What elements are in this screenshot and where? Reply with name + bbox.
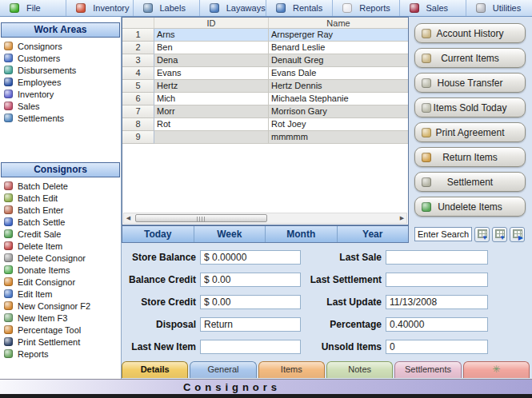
inventory-box-icon	[4, 90, 13, 98]
last-sale-input[interactable]	[386, 250, 488, 265]
period-tab[interactable]: Month	[266, 226, 338, 242]
store-credit-label: Store Credit	[125, 297, 200, 308]
search-begin-button[interactable]: ▼	[474, 227, 490, 242]
menu-item[interactable]: File	[0, 0, 66, 16]
sidebar-item[interactable]: Credit Sale	[0, 228, 121, 240]
balance-credit-input[interactable]	[200, 273, 301, 287]
sidebar-item[interactable]: Edit Item	[0, 288, 121, 300]
last-update-input[interactable]	[386, 295, 488, 309]
menu-item-label: Labels	[160, 3, 186, 13]
action-button-label: Current Items	[441, 53, 499, 64]
sidebar-item[interactable]: Sales	[0, 100, 121, 112]
sidebar-item[interactable]: Batch Settle	[0, 216, 121, 228]
percentage-input[interactable]	[386, 317, 488, 332]
batch-enter-icon	[4, 205, 13, 214]
table-row[interactable]: 6 Mich Michaela Stephanie	[122, 93, 408, 105]
period-tab[interactable]: Year	[338, 226, 409, 242]
action-button[interactable]: Return Items	[414, 147, 526, 167]
bottom-tab[interactable]: General	[190, 361, 256, 378]
table-row[interactable]: 8 Rot Rot Joey	[122, 118, 408, 131]
sidebar-item-label: Disbursements	[18, 66, 76, 75]
unsold-items-label: Unsold Items	[301, 341, 386, 352]
arrow-down-icon: ▼	[482, 235, 488, 241]
scrollbar-thumb[interactable]	[135, 214, 267, 222]
action-button[interactable]: Undelete Items	[414, 197, 526, 217]
table-row[interactable]: 3 Dena Denault Greg	[122, 54, 408, 67]
sidebar-item[interactable]: Batch Delete	[0, 180, 121, 192]
cell-id: Ben	[154, 42, 269, 54]
row-number: 6	[122, 93, 154, 105]
sidebar-item[interactable]: Disbursements	[0, 64, 121, 76]
search-input[interactable]	[414, 227, 472, 241]
period-tab[interactable]: Today	[122, 226, 194, 242]
action-button[interactable]: Settlement	[414, 172, 526, 192]
sidebar-item[interactable]: Customers	[0, 52, 121, 64]
sidebar-item[interactable]: Delete Item	[0, 240, 121, 252]
consignors-list: Batch Delete Batch Edit Batch Enter	[0, 180, 121, 360]
grid-corner-cell	[122, 18, 154, 28]
sidebar-item[interactable]: New Item F3	[0, 312, 121, 324]
last-settlement-input[interactable]	[386, 273, 488, 287]
scroll-right-icon[interactable]: ▶	[398, 213, 406, 223]
menu-item[interactable]: Rentals	[266, 0, 333, 16]
bottom-tab[interactable]: Settlements	[394, 361, 461, 378]
period-tab[interactable]: Week	[194, 226, 266, 242]
sidebar-item[interactable]: Consignors	[0, 40, 121, 52]
store-credit-input[interactable]	[200, 295, 301, 309]
store-balance-input[interactable]	[200, 250, 301, 265]
menu-item[interactable]: Inventory	[66, 0, 133, 16]
horizontal-scrollbar[interactable]: ◀ ▶	[123, 213, 407, 224]
disposal-input[interactable]	[200, 317, 301, 332]
grid-empty-area	[122, 144, 408, 212]
table-row[interactable]: 4 Evans Evans Dale	[122, 67, 408, 80]
sidebar-item-label: Donate Items	[18, 265, 70, 275]
sidebar-item[interactable]: Percentage Tool	[0, 324, 121, 336]
sidebar-item[interactable]: Reports	[0, 348, 121, 360]
work-areas-list: Consignors Customers Disbursements	[0, 40, 121, 124]
bottom-tab[interactable]: Details	[122, 361, 188, 378]
sidebar-item[interactable]: Batch Edit	[0, 192, 121, 204]
sidebar-item[interactable]: Settlements	[0, 112, 121, 124]
action-button[interactable]: Current Items	[414, 48, 526, 68]
last-new-item-input[interactable]	[200, 340, 301, 354]
sidebar-item[interactable]: Donate Items	[0, 264, 121, 276]
disbursements-icon	[4, 66, 13, 74]
settlement-icon	[422, 177, 431, 187]
menu-item[interactable]: Sales	[400, 0, 466, 16]
table-row[interactable]: 9 mmmmm	[122, 131, 408, 144]
scroll-left-icon[interactable]: ◀	[124, 213, 133, 223]
sidebar-item[interactable]: Inventory	[0, 88, 121, 100]
search-next-button[interactable]: ▶	[510, 227, 525, 242]
sidebar: Work Areas Consignors Customers	[0, 17, 122, 379]
table-row[interactable]: 2 Ben Benard Leslie	[122, 42, 408, 54]
menu-item[interactable]: Layaways	[200, 0, 266, 16]
bottom-tab[interactable]: Items	[258, 361, 325, 378]
cell-id: Morr	[154, 105, 269, 118]
row-number: 4	[122, 67, 154, 80]
table-row[interactable]: 5 Hertz Hertz Dennis	[122, 80, 408, 93]
period-tab-bar: Today Week Month Year	[122, 225, 409, 243]
menu-item[interactable]: Labels	[134, 0, 200, 16]
action-button[interactable]: House Transfer	[414, 73, 526, 93]
menu-item[interactable]: Reports	[333, 0, 399, 16]
action-button-label: Settlement	[447, 177, 493, 188]
settlements-icon	[4, 113, 13, 122]
scrollbar-grip-icon	[197, 217, 206, 221]
menu-item[interactable]: Utilities	[466, 0, 532, 16]
bottom-tab[interactable]: ✳	[463, 361, 530, 378]
sidebar-item-label: New Item F3	[18, 313, 67, 323]
action-button[interactable]: Print Agreement	[414, 122, 526, 142]
action-button[interactable]: Items Sold Today	[414, 98, 526, 117]
table-row[interactable]: 7 Morr Morrison Gary	[122, 105, 408, 118]
sidebar-item[interactable]: New Consignor F2	[0, 300, 121, 312]
sidebar-item[interactable]: Batch Enter	[0, 204, 121, 216]
bottom-tab[interactable]: Notes	[326, 361, 393, 378]
action-button[interactable]: Account History	[414, 23, 526, 43]
search-previous-button[interactable]: ▼	[492, 227, 507, 242]
sidebar-item[interactable]: Edit Consignor	[0, 276, 121, 288]
sidebar-item[interactable]: Print Settlement	[0, 336, 121, 348]
table-row[interactable]: 1 Arns Arnsperger Ray	[122, 29, 408, 42]
sidebar-item[interactable]: Delete Consignor	[0, 252, 121, 264]
unsold-items-input[interactable]	[386, 340, 488, 354]
sidebar-item[interactable]: Employees	[0, 76, 121, 88]
